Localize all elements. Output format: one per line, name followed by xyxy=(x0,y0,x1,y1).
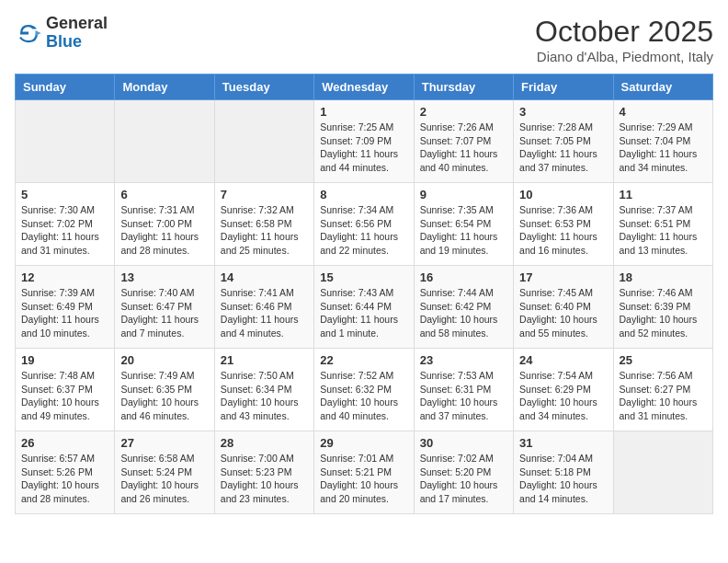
page-header: General Blue October 2025 Diano d'Alba, … xyxy=(15,15,713,64)
calendar-table: SundayMondayTuesdayWednesdayThursdayFrid… xyxy=(15,74,713,514)
day-number: 4 xyxy=(620,105,707,119)
calendar-cell: 26Sunrise: 6:57 AM Sunset: 5:26 PM Dayli… xyxy=(16,431,115,514)
calendar-week-row: 19Sunrise: 7:48 AM Sunset: 6:37 PM Dayli… xyxy=(16,349,713,431)
location-subtitle: Diano d'Alba, Piedmont, Italy xyxy=(535,49,713,64)
calendar-header-wednesday: Wednesday xyxy=(314,75,414,100)
calendar-cell: 6Sunrise: 7:31 AM Sunset: 7:00 PM Daylig… xyxy=(115,183,214,266)
day-info: Sunrise: 7:56 AM Sunset: 6:27 PM Dayligh… xyxy=(620,369,707,423)
day-number: 10 xyxy=(519,188,607,201)
day-number: 25 xyxy=(620,353,707,367)
calendar-cell xyxy=(115,100,214,183)
day-number: 29 xyxy=(320,436,407,450)
day-info: Sunrise: 7:04 AM Sunset: 5:18 PM Dayligh… xyxy=(519,452,607,506)
calendar-header-friday: Friday xyxy=(514,75,613,100)
day-info: Sunrise: 7:35 AM Sunset: 6:54 PM Dayligh… xyxy=(420,203,507,258)
day-info: Sunrise: 7:30 AM Sunset: 7:02 PM Dayligh… xyxy=(21,203,108,258)
day-info: Sunrise: 7:53 AM Sunset: 6:31 PM Dayligh… xyxy=(420,369,507,423)
calendar-cell: 22Sunrise: 7:52 AM Sunset: 6:32 PM Dayli… xyxy=(314,349,414,431)
logo: General Blue xyxy=(15,15,108,52)
day-info: Sunrise: 7:29 AM Sunset: 7:04 PM Dayligh… xyxy=(620,121,707,175)
calendar-week-row: 5Sunrise: 7:30 AM Sunset: 7:02 PM Daylig… xyxy=(16,183,713,266)
calendar-cell xyxy=(214,100,313,183)
day-info: Sunrise: 7:28 AM Sunset: 7:05 PM Dayligh… xyxy=(519,121,607,175)
day-number: 3 xyxy=(519,105,607,119)
day-number: 8 xyxy=(320,188,407,201)
calendar-cell: 8Sunrise: 7:34 AM Sunset: 6:56 PM Daylig… xyxy=(314,183,414,266)
day-number: 5 xyxy=(21,188,108,201)
day-info: Sunrise: 7:26 AM Sunset: 7:07 PM Dayligh… xyxy=(420,121,507,175)
day-info: Sunrise: 7:50 AM Sunset: 6:34 PM Dayligh… xyxy=(221,369,308,423)
day-info: Sunrise: 7:49 AM Sunset: 6:35 PM Dayligh… xyxy=(120,369,208,423)
logo-text: General Blue xyxy=(46,15,108,52)
day-info: Sunrise: 7:43 AM Sunset: 6:44 PM Dayligh… xyxy=(320,286,407,340)
day-info: Sunrise: 7:32 AM Sunset: 6:58 PM Dayligh… xyxy=(221,203,308,258)
calendar-header-sunday: Sunday xyxy=(16,75,115,100)
calendar-week-row: 12Sunrise: 7:39 AM Sunset: 6:49 PM Dayli… xyxy=(16,266,713,349)
calendar-cell: 23Sunrise: 7:53 AM Sunset: 6:31 PM Dayli… xyxy=(414,349,513,431)
day-info: Sunrise: 7:41 AM Sunset: 6:46 PM Dayligh… xyxy=(221,286,308,340)
day-info: Sunrise: 7:00 AM Sunset: 5:23 PM Dayligh… xyxy=(221,452,308,506)
day-number: 28 xyxy=(221,436,308,450)
day-info: Sunrise: 6:58 AM Sunset: 5:24 PM Dayligh… xyxy=(120,452,208,506)
day-number: 1 xyxy=(320,105,407,119)
calendar-cell: 3Sunrise: 7:28 AM Sunset: 7:05 PM Daylig… xyxy=(514,100,613,183)
day-number: 13 xyxy=(120,270,208,284)
day-number: 12 xyxy=(21,270,108,284)
calendar-cell: 12Sunrise: 7:39 AM Sunset: 6:49 PM Dayli… xyxy=(16,266,115,349)
day-number: 31 xyxy=(519,436,607,450)
day-info: Sunrise: 7:39 AM Sunset: 6:49 PM Dayligh… xyxy=(21,286,108,340)
calendar-cell: 28Sunrise: 7:00 AM Sunset: 5:23 PM Dayli… xyxy=(214,431,313,514)
day-info: Sunrise: 7:54 AM Sunset: 6:29 PM Dayligh… xyxy=(519,369,607,423)
calendar-header-saturday: Saturday xyxy=(613,75,712,100)
day-number: 17 xyxy=(519,270,607,284)
calendar-cell: 14Sunrise: 7:41 AM Sunset: 6:46 PM Dayli… xyxy=(214,266,313,349)
calendar-cell: 20Sunrise: 7:49 AM Sunset: 6:35 PM Dayli… xyxy=(115,349,214,431)
day-info: Sunrise: 7:02 AM Sunset: 5:20 PM Dayligh… xyxy=(420,452,507,506)
day-number: 2 xyxy=(420,105,507,119)
calendar-cell: 1Sunrise: 7:25 AM Sunset: 7:09 PM Daylig… xyxy=(314,100,414,183)
calendar-cell: 11Sunrise: 7:37 AM Sunset: 6:51 PM Dayli… xyxy=(613,183,712,266)
calendar-cell: 4Sunrise: 7:29 AM Sunset: 7:04 PM Daylig… xyxy=(613,100,712,183)
day-info: Sunrise: 7:36 AM Sunset: 6:53 PM Dayligh… xyxy=(519,203,607,258)
calendar-cell: 18Sunrise: 7:46 AM Sunset: 6:39 PM Dayli… xyxy=(613,266,712,349)
calendar-cell: 13Sunrise: 7:40 AM Sunset: 6:47 PM Dayli… xyxy=(115,266,214,349)
day-info: Sunrise: 7:46 AM Sunset: 6:39 PM Dayligh… xyxy=(620,286,707,340)
day-info: Sunrise: 6:57 AM Sunset: 5:26 PM Dayligh… xyxy=(21,452,108,506)
calendar-cell: 31Sunrise: 7:04 AM Sunset: 5:18 PM Dayli… xyxy=(514,431,613,514)
calendar-header-tuesday: Tuesday xyxy=(214,75,313,100)
day-number: 23 xyxy=(420,353,507,367)
calendar-cell: 27Sunrise: 6:58 AM Sunset: 5:24 PM Dayli… xyxy=(115,431,214,514)
calendar-week-row: 26Sunrise: 6:57 AM Sunset: 5:26 PM Dayli… xyxy=(16,431,713,514)
calendar-cell xyxy=(16,100,115,183)
calendar-cell: 9Sunrise: 7:35 AM Sunset: 6:54 PM Daylig… xyxy=(414,183,513,266)
svg-marker-0 xyxy=(36,30,41,36)
calendar-cell: 2Sunrise: 7:26 AM Sunset: 7:07 PM Daylig… xyxy=(414,100,513,183)
day-number: 6 xyxy=(120,188,208,201)
calendar-cell: 16Sunrise: 7:44 AM Sunset: 6:42 PM Dayli… xyxy=(414,266,513,349)
calendar-header-thursday: Thursday xyxy=(414,75,513,100)
calendar-cell: 17Sunrise: 7:45 AM Sunset: 6:40 PM Dayli… xyxy=(514,266,613,349)
calendar-cell: 24Sunrise: 7:54 AM Sunset: 6:29 PM Dayli… xyxy=(514,349,613,431)
day-info: Sunrise: 7:37 AM Sunset: 6:51 PM Dayligh… xyxy=(620,203,707,258)
day-number: 15 xyxy=(320,270,407,284)
day-number: 14 xyxy=(221,270,308,284)
calendar-cell: 25Sunrise: 7:56 AM Sunset: 6:27 PM Dayli… xyxy=(613,349,712,431)
day-number: 9 xyxy=(420,188,507,201)
day-info: Sunrise: 7:31 AM Sunset: 7:00 PM Dayligh… xyxy=(120,203,208,258)
day-info: Sunrise: 7:01 AM Sunset: 5:21 PM Dayligh… xyxy=(320,452,407,506)
logo-icon xyxy=(15,19,42,47)
calendar-cell: 30Sunrise: 7:02 AM Sunset: 5:20 PM Dayli… xyxy=(414,431,513,514)
day-info: Sunrise: 7:48 AM Sunset: 6:37 PM Dayligh… xyxy=(21,369,108,423)
day-number: 21 xyxy=(221,353,308,367)
calendar-cell: 5Sunrise: 7:30 AM Sunset: 7:02 PM Daylig… xyxy=(16,183,115,266)
day-number: 16 xyxy=(420,270,507,284)
day-info: Sunrise: 7:34 AM Sunset: 6:56 PM Dayligh… xyxy=(320,203,407,258)
day-info: Sunrise: 7:52 AM Sunset: 6:32 PM Dayligh… xyxy=(320,369,407,423)
calendar-cell: 10Sunrise: 7:36 AM Sunset: 6:53 PM Dayli… xyxy=(514,183,613,266)
calendar-cell: 29Sunrise: 7:01 AM Sunset: 5:21 PM Dayli… xyxy=(314,431,414,514)
day-number: 18 xyxy=(620,270,707,284)
day-info: Sunrise: 7:45 AM Sunset: 6:40 PM Dayligh… xyxy=(519,286,607,340)
day-number: 11 xyxy=(620,188,707,201)
calendar-cell: 15Sunrise: 7:43 AM Sunset: 6:44 PM Dayli… xyxy=(314,266,414,349)
calendar-header-monday: Monday xyxy=(115,75,214,100)
